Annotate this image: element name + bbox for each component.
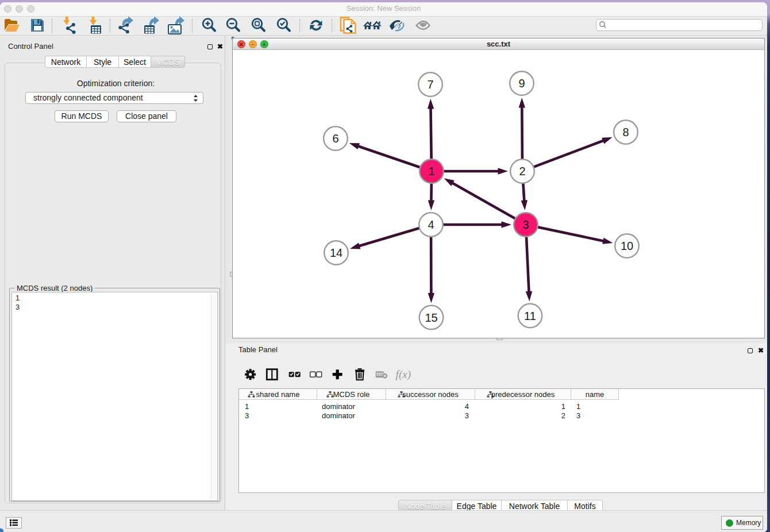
svg-text:15: 15 <box>425 311 437 324</box>
svg-text:11: 11 <box>524 310 536 322</box>
svg-text:4: 4 <box>428 218 434 231</box>
svg-text:8: 8 <box>622 126 629 138</box>
svg-text:2: 2 <box>519 165 525 178</box>
svg-text:3: 3 <box>522 218 529 231</box>
svg-text:7: 7 <box>427 78 433 91</box>
svg-text:9: 9 <box>518 77 525 90</box>
svg-text:10: 10 <box>621 240 633 252</box>
svg-text:14: 14 <box>330 246 342 259</box>
svg-text:1: 1 <box>428 165 434 178</box>
svg-text:6: 6 <box>332 132 338 145</box>
svg-text:f(x): f(x) <box>396 368 411 381</box>
